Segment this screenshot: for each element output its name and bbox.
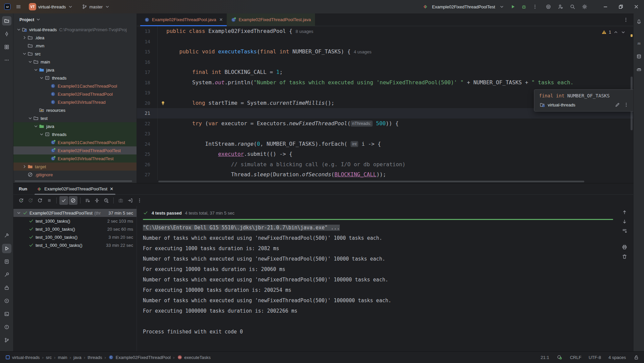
tree-chevron-icon[interactable] <box>33 67 39 73</box>
tree-item[interactable]: CExample01CachedThreadPoolTest <box>13 138 137 146</box>
tool-window-commit-icon[interactable] <box>2 29 11 39</box>
settings-icon[interactable] <box>580 2 589 11</box>
line-separator[interactable]: CRLF <box>570 355 581 360</box>
tool-window-build-icon[interactable] <box>2 231 11 240</box>
tree-item[interactable]: src <box>13 50 137 58</box>
tree-item[interactable]: CExample03VirtualThread <box>13 98 137 106</box>
test-root-row[interactable]: Example02FixedThreadPoolTest(thr37 min 5… <box>13 209 137 217</box>
tree-item[interactable]: main <box>13 58 137 66</box>
code-line[interactable]: 13public class Example02FixedThreadPool … <box>137 26 633 37</box>
code-analysis-icon[interactable] <box>556 354 562 360</box>
toggle-auto-test-button[interactable] <box>36 196 44 205</box>
breadcrumb-item[interactable]: src <box>46 355 52 360</box>
tree-item[interactable]: CExample02FixedThreadPool <box>13 90 137 98</box>
tree-chevron-icon[interactable] <box>16 210 21 216</box>
breadcrumb-item[interactable]: threads <box>88 355 102 360</box>
tabs-more-icon[interactable] <box>622 16 630 24</box>
intention-bulb-icon[interactable] <box>160 100 166 106</box>
breadcrumb-item[interactable]: main <box>58 355 67 360</box>
breadcrumb-item[interactable]: mexecuteTasks <box>177 355 211 360</box>
code-area[interactable]: 13public class Example02FixedThreadPool … <box>137 26 633 183</box>
test-row[interactable]: test_1000_tasks()2 sec 103 ms <box>13 217 137 225</box>
tool-window-terminal-icon[interactable] <box>2 309 11 319</box>
tool-window-database-icon[interactable] <box>634 52 644 61</box>
more-run-actions-icon[interactable] <box>531 2 539 11</box>
code-with-me-icon[interactable] <box>544 2 553 11</box>
breadcrumb-item[interactable]: CExample02FixedThreadPool <box>108 355 171 360</box>
tree-item[interactable]: threads <box>13 74 137 82</box>
tree-item[interactable]: CExample01CachedThreadPool <box>13 82 137 90</box>
project-widget[interactable]: VT virtual-threads <box>26 2 76 12</box>
tool-window-problems-icon[interactable] <box>2 322 11 332</box>
code-line[interactable]: 17 final int BLOCKING_CALL = 1; <box>137 67 633 78</box>
code-line[interactable]: 26 // simulate a blicking call (e.g. I/O… <box>137 160 633 170</box>
chevron-down-icon[interactable] <box>36 17 41 22</box>
code-line[interactable]: 16 <box>137 57 633 67</box>
tool-window-project-icon[interactable] <box>2 16 11 26</box>
editor-tab[interactable]: CExample02FixedThreadPoolTest.java <box>227 13 315 26</box>
vcs-branch-widget[interactable]: master <box>79 2 113 12</box>
tool-window-structure-icon[interactable] <box>2 42 11 52</box>
run-button[interactable] <box>508 2 517 11</box>
file-encoding[interactable]: UTF-8 <box>589 355 601 360</box>
more-actions-button[interactable] <box>135 196 144 205</box>
tool-window-docker-icon[interactable] <box>634 65 644 74</box>
tool-window-todo-icon[interactable] <box>2 257 11 266</box>
tree-item[interactable]: CExample02FixedThreadPoolTest <box>13 146 137 154</box>
import-tests-button[interactable] <box>126 196 135 205</box>
tree-chevron-icon[interactable] <box>22 35 27 40</box>
code-line[interactable]: 18 System.out.println("Number of tasks w… <box>137 78 633 88</box>
restore-button[interactable] <box>613 0 629 13</box>
collapse-all-button[interactable] <box>93 196 101 205</box>
tree-chevron-icon[interactable] <box>28 59 33 64</box>
test-console[interactable]: 4 tests passed 4 tests total, 37 min 5 s… <box>137 206 633 351</box>
tree-chevron-icon[interactable] <box>39 75 44 81</box>
scroll-down-button[interactable] <box>621 218 629 226</box>
tool-window-run-icon[interactable] <box>2 244 11 253</box>
test-row[interactable]: test_10_000_tasks()20 sec 60 ms <box>13 225 137 233</box>
tool-window-tools-icon[interactable] <box>2 270 11 279</box>
tree-item[interactable]: resources <box>13 106 137 114</box>
close-tab-icon[interactable]: ✕ <box>110 186 113 191</box>
caret-position[interactable]: 21:1 <box>541 355 549 360</box>
tree-item[interactable]: java <box>13 66 137 74</box>
run-config-name[interactable]: Example02FixedThreadPoolTest <box>432 4 495 9</box>
sort-by-duration-button[interactable] <box>83 196 92 205</box>
tree-chevron-icon[interactable] <box>28 116 33 121</box>
print-button[interactable] <box>621 243 629 251</box>
code-line[interactable]: 14 <box>137 37 633 47</box>
editor-hscrollbar[interactable] <box>158 181 584 182</box>
test-row[interactable]: test_100_000_tasks()3 min 20 sec <box>13 233 137 241</box>
code-line[interactable]: 15 public void executeTasks(final int NU… <box>137 47 633 57</box>
tool-window-services-icon[interactable] <box>2 296 11 306</box>
prev-problem-icon[interactable] <box>613 30 619 35</box>
code-line[interactable]: 22 try (var executor = Executors.newFixe… <box>137 119 633 129</box>
breadcrumb-item[interactable]: java <box>73 355 82 360</box>
close-tab-icon[interactable]: ✕ <box>219 17 223 22</box>
invite-user-icon[interactable] <box>556 2 565 11</box>
tree-item[interactable]: target <box>13 163 137 171</box>
tree-chevron-icon[interactable] <box>22 164 27 169</box>
test-history-button[interactable] <box>102 196 111 205</box>
code-line[interactable]: 24 IntStream.range(0, NUMBER_OF_TASKS).f… <box>137 139 633 149</box>
tree-item[interactable]: virtual-threadsC:\Programiranje\Primeri-… <box>13 26 137 34</box>
scroll-up-button[interactable] <box>621 208 629 216</box>
code-line[interactable]: 25 executor.submit(() -> { <box>137 149 633 160</box>
show-passed-button[interactable] <box>59 196 68 205</box>
breadcrumb-item[interactable]: virtual-threads <box>5 355 40 360</box>
edit-icon[interactable] <box>614 101 621 108</box>
tool-window-plugins-icon[interactable] <box>2 283 11 292</box>
lock-icon[interactable] <box>633 354 639 360</box>
editor-tab[interactable]: CExample02FixedThreadPool.java✕ <box>140 13 227 26</box>
code-line[interactable]: 27 Thread.sleep(Duration.ofSeconds(BLOCK… <box>137 170 633 180</box>
test-row[interactable]: test_1_000_000_tasks()33 min 22 sec <box>13 241 137 249</box>
debug-button[interactable] <box>520 2 528 11</box>
tree-item[interactable]: threads <box>13 130 137 138</box>
inspections-widget[interactable]: 1 <box>600 29 627 36</box>
more-icon[interactable] <box>623 101 630 108</box>
chevron-down-icon[interactable] <box>497 2 506 11</box>
code-line[interactable]: 23 <box>137 129 633 139</box>
tree-item[interactable]: .mvn <box>13 42 137 50</box>
run-tab[interactable]: Example02FixedThreadPoolTest ✕ <box>33 183 117 195</box>
tree-item[interactable]: java <box>13 122 137 130</box>
